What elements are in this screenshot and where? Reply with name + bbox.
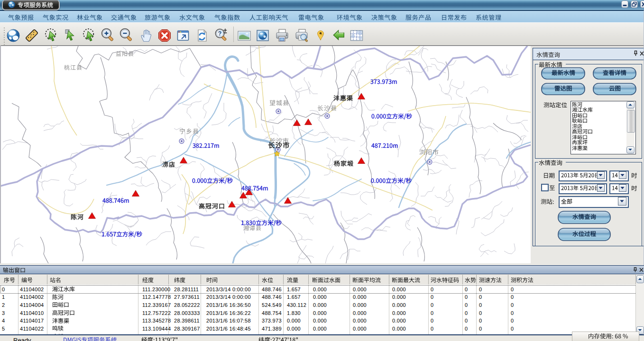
svg-text:?: ? [218, 30, 222, 37]
